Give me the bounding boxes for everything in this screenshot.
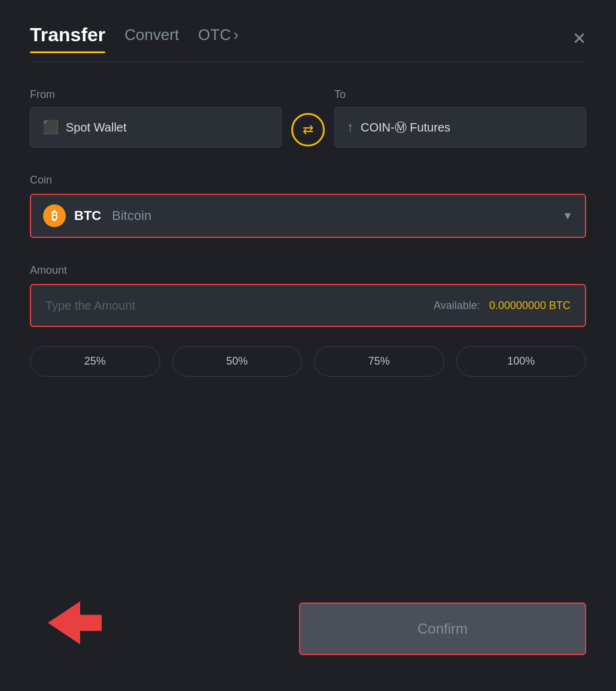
modal-header: Transfer Convert OTC › ✕	[30, 24, 586, 53]
amount-input-wrapper[interactable]: Type the Amount Available: 0.00000000 BT…	[30, 284, 586, 327]
wallet-card-icon: ⬛	[42, 120, 59, 135]
percent-row: 25% 50% 75% 100%	[30, 346, 586, 377]
svg-marker-0	[48, 601, 102, 644]
swap-icon: ⇄	[303, 122, 313, 137]
swap-button[interactable]: ⇄	[291, 113, 325, 146]
percent-25-button[interactable]: 25%	[30, 346, 160, 377]
to-label: To	[334, 88, 586, 101]
amount-placeholder: Type the Amount	[45, 299, 135, 313]
from-label: From	[30, 88, 282, 101]
bottom-section: Confirm	[30, 603, 586, 655]
tab-convert[interactable]: Convert	[124, 26, 179, 51]
arrow-indicator	[48, 599, 102, 649]
coin-full-name: Bitcoin	[112, 208, 151, 224]
btc-icon: ₿	[43, 204, 66, 227]
arrow-svg	[48, 599, 102, 647]
swap-button-wrapper: ⇄	[291, 113, 325, 146]
percent-100-button[interactable]: 100%	[456, 346, 587, 377]
percent-75-button[interactable]: 75%	[314, 346, 444, 377]
coin-ticker: BTC	[74, 208, 101, 224]
amount-available: Available: 0.00000000 BTC	[434, 299, 571, 312]
from-wallet-name: Spot Wallet	[66, 121, 127, 134]
available-label: Available:	[434, 299, 480, 311]
coin-label: Coin	[30, 174, 586, 186]
to-field-group: To ↑ COIN-Ⓜ Futures	[334, 88, 586, 148]
amount-label: Amount	[30, 264, 586, 277]
futures-icon: ↑	[347, 120, 353, 135]
tab-otc[interactable]: OTC ›	[198, 26, 239, 51]
coin-selector[interactable]: ₿ BTC Bitcoin ▼	[30, 194, 586, 238]
from-field-group: From ⬛ Spot Wallet	[30, 88, 282, 148]
to-wallet-name: COIN-Ⓜ Futures	[361, 120, 450, 136]
coin-section: Coin ₿ BTC Bitcoin ▼	[30, 174, 586, 264]
available-amount: 0.00000000 BTC	[489, 299, 571, 311]
close-button[interactable]: ✕	[572, 30, 586, 47]
header-divider	[30, 62, 586, 62]
transfer-modal: Transfer Convert OTC › ✕ From ⬛ Spot Wal…	[0, 0, 616, 691]
from-wallet-selector[interactable]: ⬛ Spot Wallet	[30, 107, 282, 148]
percent-50-button[interactable]: 50%	[172, 346, 303, 377]
from-to-section: From ⬛ Spot Wallet ⇄ To ↑ COIN-Ⓜ Futures	[30, 88, 586, 148]
chevron-down-icon: ▼	[562, 210, 573, 222]
confirm-button[interactable]: Confirm	[299, 603, 586, 655]
to-wallet-selector[interactable]: ↑ COIN-Ⓜ Futures	[334, 107, 586, 148]
amount-section: Amount Type the Amount Available: 0.0000…	[30, 264, 586, 346]
tab-transfer[interactable]: Transfer	[30, 24, 105, 53]
